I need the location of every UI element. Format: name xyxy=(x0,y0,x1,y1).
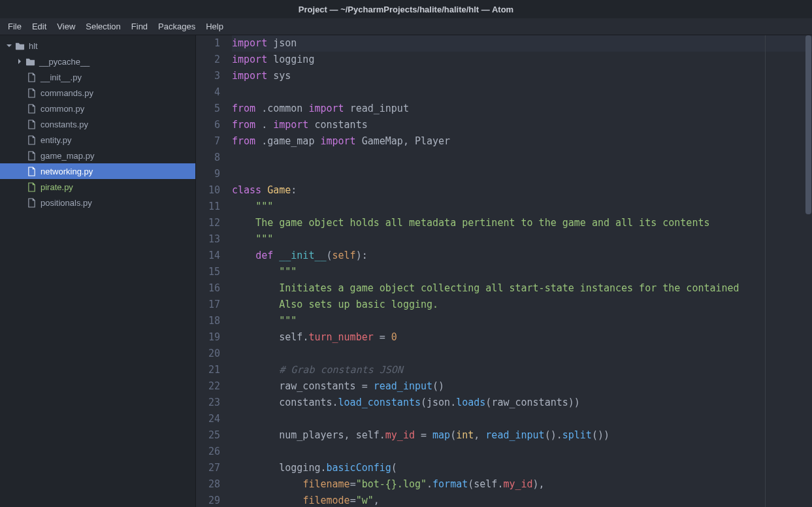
code-line[interactable]: # Grab constants JSON xyxy=(232,362,812,378)
file-icon xyxy=(26,119,37,129)
tree-file-networking[interactable]: networking.py xyxy=(0,163,195,179)
tree-file-constants[interactable]: constants.py xyxy=(0,116,195,132)
menu-help[interactable]: Help xyxy=(201,19,229,34)
code-line[interactable]: """ xyxy=(232,199,812,215)
file-icon xyxy=(26,166,37,176)
code-line[interactable] xyxy=(232,444,812,460)
gutter-line-number: 27 xyxy=(196,460,220,476)
code-line[interactable] xyxy=(232,346,812,362)
gutter-line-number: 14 xyxy=(196,248,220,264)
code-area[interactable]: import jsonimport loggingimport sysfrom … xyxy=(232,35,812,507)
code-line[interactable] xyxy=(232,84,812,101)
file-icon xyxy=(26,88,37,98)
gutter-line-number: 20 xyxy=(196,346,220,362)
code-line[interactable]: filemode="w", xyxy=(232,493,812,507)
code-line[interactable]: """ xyxy=(232,231,812,248)
tree-file-label: game_map.py xyxy=(41,151,94,161)
gutter-line-number: 12 xyxy=(196,215,220,231)
code-line[interactable] xyxy=(232,166,812,182)
tree-root-folder[interactable]: hlt xyxy=(0,38,195,54)
code-line[interactable]: Also sets up basic logging. xyxy=(232,297,812,313)
code-line[interactable]: import logging xyxy=(232,52,812,68)
menu-edit[interactable]: Edit xyxy=(27,19,52,34)
code-line[interactable] xyxy=(232,150,812,166)
file-icon xyxy=(26,103,37,114)
gutter-line-number: 23 xyxy=(196,395,220,411)
project-tree[interactable]: hlt __pycache__ __init__.py commands.py xyxy=(0,35,196,507)
code-line[interactable]: def __init__(self): xyxy=(232,248,812,264)
vertical-scrollbar[interactable] xyxy=(805,35,812,507)
tree-file-label: __init__.py xyxy=(41,73,82,82)
code-line[interactable]: """ xyxy=(232,313,812,329)
scrollbar-thumb[interactable] xyxy=(805,35,811,214)
code-line[interactable]: Initiates a game object collecting all s… xyxy=(232,280,812,297)
menu-packages[interactable]: Packages xyxy=(153,19,201,34)
tree-file-label: common.py xyxy=(41,104,84,114)
code-line[interactable]: from .game_map import GameMap, Player xyxy=(232,133,812,150)
code-line[interactable]: self.turn_number = 0 xyxy=(232,329,812,346)
code-editor[interactable]: 1234567891011121314151617181920212223242… xyxy=(196,35,812,507)
folder-icon xyxy=(25,56,35,67)
menu-selection[interactable]: Selection xyxy=(80,19,125,34)
menu-file[interactable]: File xyxy=(3,19,27,34)
gutter-line-number: 17 xyxy=(196,297,220,313)
code-line[interactable]: class Game: xyxy=(232,182,812,199)
code-line[interactable]: The game object holds all metadata perti… xyxy=(232,215,812,231)
code-line[interactable]: logging.basicConfig( xyxy=(232,460,812,476)
gutter-line-number: 19 xyxy=(196,329,220,346)
gutter-line-number: 5 xyxy=(196,101,220,117)
menu-view[interactable]: View xyxy=(52,19,80,34)
tree-folder-label: __pycache__ xyxy=(39,57,89,67)
tree-file-pirate[interactable]: pirate.py xyxy=(0,179,195,195)
gutter-line-number: 24 xyxy=(196,411,220,427)
gutter-line-number: 6 xyxy=(196,117,220,133)
gutter-line-number: 4 xyxy=(196,84,220,101)
wrap-guide xyxy=(765,35,766,507)
gutter-line-number: 25 xyxy=(196,427,220,444)
menu-find[interactable]: Find xyxy=(126,19,153,34)
tree-file-init[interactable]: __init__.py xyxy=(0,69,195,85)
file-icon xyxy=(26,72,37,82)
code-line[interactable]: import json xyxy=(232,35,812,52)
code-line[interactable]: from .common import read_input xyxy=(232,101,812,117)
gutter-line-number: 13 xyxy=(196,231,220,248)
tree-folder-pycache[interactable]: __pycache__ xyxy=(0,54,195,69)
gutter-line-number: 26 xyxy=(196,444,220,460)
file-icon xyxy=(26,197,37,208)
tree-file-common[interactable]: common.py xyxy=(0,101,195,116)
file-icon xyxy=(26,150,37,161)
tree-file-label: pirate.py xyxy=(41,182,73,192)
gutter-line-number: 8 xyxy=(196,150,220,166)
gutter-line-number: 29 xyxy=(196,493,220,507)
tree-file-label: commands.py xyxy=(41,88,93,98)
tree-file-commands[interactable]: commands.py xyxy=(0,85,195,101)
gutter-line-number: 2 xyxy=(196,52,220,68)
gutter-line-number: 18 xyxy=(196,313,220,329)
tree-file-entity[interactable]: entity.py xyxy=(0,132,195,148)
code-line[interactable]: raw_constants = read_input() xyxy=(232,378,812,395)
tree-file-positionals[interactable]: positionals.py xyxy=(0,195,195,210)
gutter-line-number: 15 xyxy=(196,264,220,280)
code-line[interactable] xyxy=(232,411,812,427)
menubar: File Edit View Selection Find Packages H… xyxy=(0,18,812,35)
window-title: Project — ~/PycharmProjects/halite/halit… xyxy=(299,5,513,14)
code-line[interactable]: num_players, self.my_id = map(int, read_… xyxy=(232,427,812,444)
code-line[interactable]: filename="bot-{}.log".format(self.my_id)… xyxy=(232,476,812,493)
code-line[interactable]: from . import constants xyxy=(232,117,812,133)
chevron-right-icon xyxy=(16,57,24,65)
tree-file-label: entity.py xyxy=(41,135,71,145)
gutter-line-number: 22 xyxy=(196,378,220,395)
gutter-line-number: 10 xyxy=(196,182,220,199)
code-line[interactable]: import sys xyxy=(232,68,812,84)
gutter-line-number: 7 xyxy=(196,133,220,150)
code-line[interactable]: """ xyxy=(232,264,812,280)
gutter-line-number: 3 xyxy=(196,68,220,84)
code-line[interactable]: constants.load_constants(json.loads(raw_… xyxy=(232,395,812,411)
chevron-down-icon xyxy=(5,42,13,50)
gutter-line-number: 16 xyxy=(196,280,220,297)
folder-icon xyxy=(14,41,25,51)
tree-file-gamemap[interactable]: game_map.py xyxy=(0,148,195,163)
file-icon xyxy=(26,135,37,145)
gutter-line-number: 1 xyxy=(196,35,220,52)
file-icon xyxy=(26,182,37,192)
